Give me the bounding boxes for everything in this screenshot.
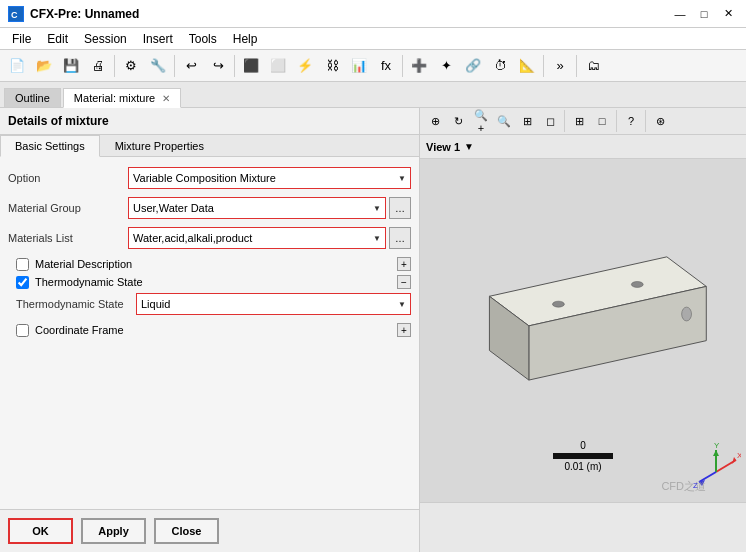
toolbar-fx[interactable]: fx <box>373 53 399 79</box>
toolbar-btn6[interactable]: ⛓ <box>319 53 345 79</box>
close-button[interactable]: Close <box>154 518 219 544</box>
toolbar-open[interactable]: 📂 <box>31 53 57 79</box>
toolbar-sep-2 <box>174 55 175 77</box>
toolbar-save[interactable]: 💾 <box>58 53 84 79</box>
thermodynamic-state-dropdown-arrow: ▼ <box>398 300 406 309</box>
watermark: CFD之道 <box>661 479 706 494</box>
svg-text:Y: Y <box>714 442 720 450</box>
menu-help[interactable]: Help <box>225 30 266 48</box>
main-area: Details of mixture Basic Settings Mixtur… <box>0 108 746 552</box>
thermodynamic-state-checkbox[interactable] <box>16 276 29 289</box>
form-area: Option Variable Composition Mixture ▼ Ma… <box>0 157 419 509</box>
vt-zoom-in[interactable]: 🔍+ <box>470 110 492 132</box>
menu-insert[interactable]: Insert <box>135 30 181 48</box>
document-tabs: Outline Material: mixture ✕ <box>0 82 746 108</box>
maximize-button[interactable]: □ <box>694 5 714 23</box>
vt-sep-2 <box>616 110 617 132</box>
scale-area: 0 0.01 (m) <box>553 440 613 472</box>
toolbar-undo[interactable]: ↩ <box>178 53 204 79</box>
viewport-3d[interactable]: 0 0.01 (m) X Y <box>420 159 746 502</box>
vt-zoom-fit[interactable]: ⊞ <box>516 110 538 132</box>
vt-btn1[interactable]: ⊕ <box>424 110 446 132</box>
option-select-container[interactable]: Variable Composition Mixture ▼ <box>128 167 411 189</box>
material-description-label: Material Description <box>35 258 132 270</box>
toolbar-btn2[interactable]: 🔧 <box>145 53 171 79</box>
vt-btn2[interactable]: ↻ <box>447 110 469 132</box>
material-description-checkbox[interactable] <box>16 258 29 271</box>
material-group-select-container[interactable]: User,Water Data ▼ <box>128 197 386 219</box>
material-desc-row: Material Description + <box>8 257 411 271</box>
window-controls: — □ ✕ <box>670 5 738 23</box>
toolbar-btn4[interactable]: ⬜ <box>265 53 291 79</box>
right-panel: ⊕ ↻ 🔍+ 🔍 ⊞ ◻ ⊞ □ ? ⊛ View 1 ▼ <box>420 108 746 552</box>
thermodynamic-state-field-label: Thermodynamic State <box>16 298 136 310</box>
panel-title: Details of mixture <box>8 114 109 128</box>
toolbar-btn1[interactable]: ⚙ <box>118 53 144 79</box>
toolbar-btn8[interactable]: ➕ <box>406 53 432 79</box>
toolbar-overflow[interactable]: » <box>547 53 573 79</box>
materials-list-browse-button[interactable]: … <box>389 227 411 249</box>
vt-sep-3 <box>645 110 646 132</box>
apply-button[interactable]: Apply <box>81 518 146 544</box>
option-row: Option Variable Composition Mixture ▼ <box>8 167 411 189</box>
app-icon: C <box>8 6 24 22</box>
toolbar-redo[interactable]: ↪ <box>205 53 231 79</box>
panel-header: Details of mixture <box>0 108 419 135</box>
toolbar-print[interactable]: 🖨 <box>85 53 111 79</box>
view-label: View 1 <box>426 141 460 153</box>
toolbar-btn5[interactable]: ⚡ <box>292 53 318 79</box>
materials-list-dropdown-arrow: ▼ <box>373 234 381 243</box>
toolbar-sep-4 <box>402 55 403 77</box>
vt-grid[interactable]: ⊞ <box>568 110 590 132</box>
toolbar-btn12[interactable]: 📐 <box>514 53 540 79</box>
thermo-state-expand-button[interactable]: − <box>397 275 411 289</box>
toolbar-btn10[interactable]: 🔗 <box>460 53 486 79</box>
materials-list-label: Materials List <box>8 232 128 244</box>
axes-widget: X Y Z <box>691 442 731 482</box>
tab-material-mixture[interactable]: Material: mixture ✕ <box>63 88 181 108</box>
view-dropdown-arrow[interactable]: ▼ <box>464 141 474 152</box>
menu-session[interactable]: Session <box>76 30 135 48</box>
minimize-button[interactable]: — <box>670 5 690 23</box>
vt-btn5[interactable]: ⊛ <box>649 110 671 132</box>
materials-list-value: Water,acid,alkali,product <box>133 232 252 244</box>
toolbar-last[interactable]: 🗂 <box>580 53 606 79</box>
toolbar-btn11[interactable]: ⏱ <box>487 53 513 79</box>
tab-mixture-properties[interactable]: Mixture Properties <box>100 135 219 157</box>
toolbar-btn9[interactable]: ✦ <box>433 53 459 79</box>
vt-btn4[interactable]: □ <box>591 110 613 132</box>
vt-zoom-out[interactable]: 🔍 <box>493 110 515 132</box>
toolbar-btn3[interactable]: ⬛ <box>238 53 264 79</box>
tab-close-icon[interactable]: ✕ <box>162 93 170 104</box>
svg-text:C: C <box>11 10 18 20</box>
ok-button[interactable]: OK <box>8 518 73 544</box>
option-value: Variable Composition Mixture <box>133 172 276 184</box>
tab-basic-settings[interactable]: Basic Settings <box>0 135 100 157</box>
svg-point-6 <box>631 281 643 287</box>
bottom-bar: OK Apply Close <box>0 509 419 552</box>
tab-outline[interactable]: Outline <box>4 88 61 107</box>
toolbar-new[interactable]: 📄 <box>4 53 30 79</box>
close-button[interactable]: ✕ <box>718 5 738 23</box>
coordinate-frame-expand-button[interactable]: + <box>397 323 411 337</box>
materials-list-select-container[interactable]: Water,acid,alkali,product ▼ <box>128 227 386 249</box>
menu-tools[interactable]: Tools <box>181 30 225 48</box>
material-group-browse-button[interactable]: … <box>389 197 411 219</box>
coordinate-frame-checkbox[interactable] <box>16 324 29 337</box>
toolbar-btn7[interactable]: 📊 <box>346 53 372 79</box>
menu-file[interactable]: File <box>4 30 39 48</box>
title-bar: C CFX-Pre: Unnamed — □ ✕ <box>0 0 746 28</box>
scale-zero: 0 <box>580 440 586 451</box>
vt-btn3[interactable]: ◻ <box>539 110 561 132</box>
vt-help[interactable]: ? <box>620 110 642 132</box>
info-panel <box>420 502 746 552</box>
svg-marker-9 <box>732 457 736 464</box>
thermodynamic-state-select-container[interactable]: Liquid ▼ <box>136 293 411 315</box>
material-desc-expand-button[interactable]: + <box>397 257 411 271</box>
svg-marker-11 <box>713 450 719 456</box>
svg-point-7 <box>682 307 692 321</box>
toolbar-sep-3 <box>234 55 235 77</box>
menu-edit[interactable]: Edit <box>39 30 76 48</box>
scale-label: 0.01 (m) <box>564 461 601 472</box>
main-toolbar: 📄 📂 💾 🖨 ⚙ 🔧 ↩ ↪ ⬛ ⬜ ⚡ ⛓ 📊 fx ➕ ✦ 🔗 ⏱ 📐 »… <box>0 50 746 82</box>
